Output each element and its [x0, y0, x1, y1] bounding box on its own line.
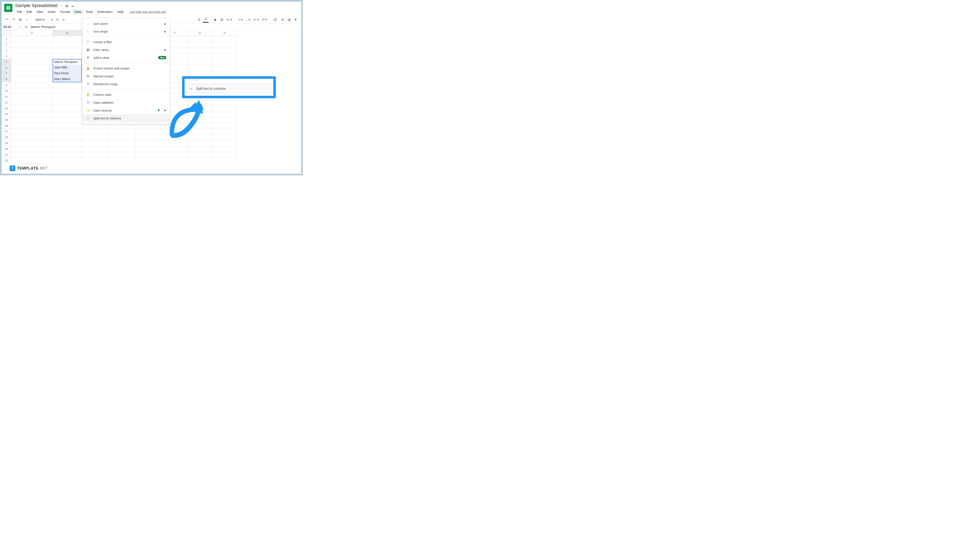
fill-color-icon[interactable]: ◆: [212, 17, 218, 23]
cell[interactable]: [11, 48, 53, 53]
cell[interactable]: [136, 123, 162, 129]
cell[interactable]: [11, 36, 53, 42]
cell[interactable]: [11, 88, 53, 94]
select-all-corner[interactable]: [2, 30, 11, 36]
last-edit-link[interactable]: Last edit was seconds ago: [129, 10, 166, 13]
cell[interactable]: [136, 146, 162, 152]
cell[interactable]: [53, 152, 82, 158]
cell[interactable]: [212, 106, 237, 111]
cell[interactable]: [212, 117, 237, 123]
cell[interactable]: [11, 111, 53, 117]
menu-sort-range[interactable]: ↕ Sort range ▶: [83, 28, 170, 35]
cell[interactable]: [11, 94, 53, 100]
cell[interactable]: [187, 71, 212, 76]
callout-split-text[interactable]: ⊹ Split text to columns: [184, 84, 273, 93]
menu-named-ranges[interactable]: ⊞ Named ranges: [83, 72, 170, 80]
row-header[interactable]: 8: [2, 76, 11, 82]
col-header[interactable]: G: [187, 30, 212, 36]
cell[interactable]: [136, 129, 162, 134]
cell[interactable]: [187, 36, 212, 42]
percent-button[interactable]: %: [55, 18, 60, 21]
cell[interactable]: Mary Wilson: [53, 76, 82, 82]
menu-split-text-to-columns[interactable]: ⊹ Split text to columns: [83, 114, 170, 122]
cell[interactable]: [11, 59, 53, 65]
sheets-logo[interactable]: [4, 4, 12, 12]
row-header[interactable]: 11: [2, 94, 11, 100]
zoom-selector[interactable]: 100% ▾: [33, 18, 46, 21]
cell[interactable]: [11, 140, 53, 146]
wrap-icon[interactable]: ↵ ▾: [252, 17, 260, 23]
row-header[interactable]: 1: [2, 36, 11, 42]
cell[interactable]: [136, 134, 162, 140]
cell[interactable]: [11, 134, 53, 140]
cell[interactable]: [53, 140, 82, 146]
cell[interactable]: [109, 134, 136, 140]
cell[interactable]: [82, 123, 109, 129]
cell[interactable]: [212, 111, 237, 117]
menu-tools[interactable]: Tools: [84, 9, 95, 14]
cell[interactable]: [53, 42, 82, 48]
cell[interactable]: [212, 152, 237, 158]
cell[interactable]: [53, 100, 82, 106]
cell[interactable]: [53, 94, 82, 100]
cell[interactable]: [11, 117, 53, 123]
cell[interactable]: [53, 134, 82, 140]
cell[interactable]: [212, 129, 237, 134]
borders-icon[interactable]: ⊞: [219, 17, 225, 23]
comment-icon[interactable]: ⊕: [280, 17, 285, 23]
cell[interactable]: [109, 146, 136, 152]
cell[interactable]: [11, 71, 53, 76]
cell[interactable]: [212, 158, 237, 164]
text-color-icon[interactable]: A: [203, 17, 209, 23]
row-header[interactable]: 19: [2, 140, 11, 146]
cell[interactable]: [187, 158, 212, 164]
cell[interactable]: [11, 152, 53, 158]
rotate-icon[interactable]: ⟳ ▾: [261, 17, 269, 23]
cell[interactable]: Paul Orson: [53, 71, 82, 76]
cell[interactable]: [109, 123, 136, 129]
cell[interactable]: [53, 53, 82, 59]
cell[interactable]: [53, 106, 82, 111]
cell[interactable]: [11, 106, 53, 111]
cell[interactable]: [187, 59, 212, 65]
row-header[interactable]: 10: [2, 88, 11, 94]
cell[interactable]: [187, 146, 212, 152]
cell[interactable]: [136, 140, 162, 146]
cell[interactable]: [82, 140, 109, 146]
cell[interactable]: [212, 134, 237, 140]
row-header[interactable]: 13: [2, 106, 11, 111]
row-header[interactable]: 12: [2, 100, 11, 106]
cell[interactable]: [11, 158, 53, 164]
row-header[interactable]: 4: [2, 53, 11, 59]
cell[interactable]: [53, 82, 82, 88]
menu-help[interactable]: Help: [115, 9, 126, 14]
cell[interactable]: [136, 158, 162, 164]
cell[interactable]: [212, 71, 237, 76]
cell[interactable]: [53, 129, 82, 134]
cell[interactable]: Jane Mills: [53, 65, 82, 71]
cell[interactable]: [11, 53, 53, 59]
row-header[interactable]: 20: [2, 146, 11, 152]
cell[interactable]: Marvin Thompson: [53, 59, 82, 65]
cell[interactable]: [11, 82, 53, 88]
cell[interactable]: [53, 123, 82, 129]
menu-edit[interactable]: Edit: [25, 9, 34, 14]
row-header[interactable]: 7: [2, 71, 11, 76]
cell[interactable]: [136, 152, 162, 158]
cell[interactable]: [53, 88, 82, 94]
col-header[interactable]: A: [11, 30, 53, 36]
star-icon[interactable]: ☆: [60, 4, 63, 8]
cell[interactable]: [212, 123, 237, 129]
cell[interactable]: [162, 152, 187, 158]
cell[interactable]: [11, 100, 53, 106]
menu-file[interactable]: File: [15, 9, 24, 14]
menu-protect-sheets[interactable]: 🔒 Protect sheets and ranges: [83, 64, 170, 72]
row-header[interactable]: 5: [2, 59, 11, 65]
menu-filter-views[interactable]: ▦ Filter views ▶: [83, 46, 170, 54]
move-icon[interactable]: ▣: [65, 4, 68, 8]
row-header[interactable]: 18: [2, 134, 11, 140]
cell[interactable]: [212, 36, 237, 42]
menu-extensions[interactable]: Extensions: [95, 9, 115, 14]
filter-icon[interactable]: ▼: [293, 17, 298, 23]
row-header[interactable]: 22: [2, 158, 11, 164]
